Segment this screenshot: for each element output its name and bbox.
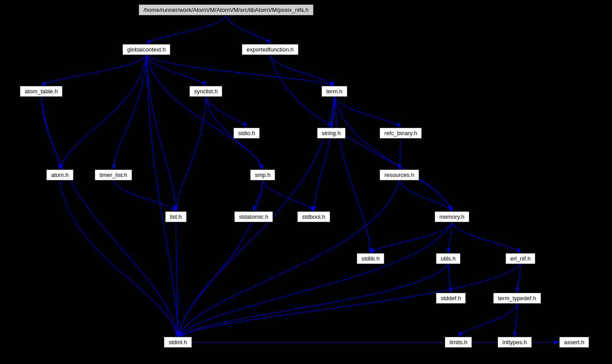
- node-stdio: stdio.h: [233, 128, 260, 139]
- node-globalcontext: globalcontext.h: [122, 44, 170, 55]
- node-exportedfunction: exportedfunction.h: [242, 44, 299, 55]
- node-atom: atom.h: [46, 169, 74, 180]
- node-utils: utils.h: [436, 253, 461, 264]
- node-stdbool: stdbool.h: [297, 211, 330, 222]
- node-smp: smp.h: [250, 169, 275, 180]
- node-atom_table: atom_table.h: [20, 86, 63, 97]
- node-synclist: synclist.h: [189, 86, 222, 97]
- node-refc_binary: refc_binary.h: [380, 128, 422, 139]
- node-list: list.h: [165, 211, 187, 222]
- node-stddef: stddef.h: [436, 293, 466, 304]
- node-erl_nif: erl_nif.h: [505, 253, 535, 264]
- node-assert: assert.h: [559, 337, 589, 348]
- node-stdatomic: stdatomic.h: [234, 211, 273, 222]
- node-term_typedef: term_typedef.h: [493, 293, 541, 304]
- node-limits: limits.h: [445, 337, 472, 348]
- node-timer_list: timer_list.h: [95, 169, 132, 180]
- node-stdlib: stdlib.h: [357, 253, 384, 264]
- node-memory: memory.h: [435, 211, 469, 222]
- node-resources: resources.h: [380, 169, 419, 180]
- node-string: string.h: [317, 128, 346, 139]
- dependency-graph-edges: [0, 0, 612, 364]
- node-stdint: stdint.h: [164, 337, 192, 348]
- node-term: term.h: [321, 86, 347, 97]
- node-root: /home/runner/work/AtomVM/AtomVM/src/libA…: [139, 4, 313, 15]
- node-inttypes: inttypes.h: [498, 337, 532, 348]
